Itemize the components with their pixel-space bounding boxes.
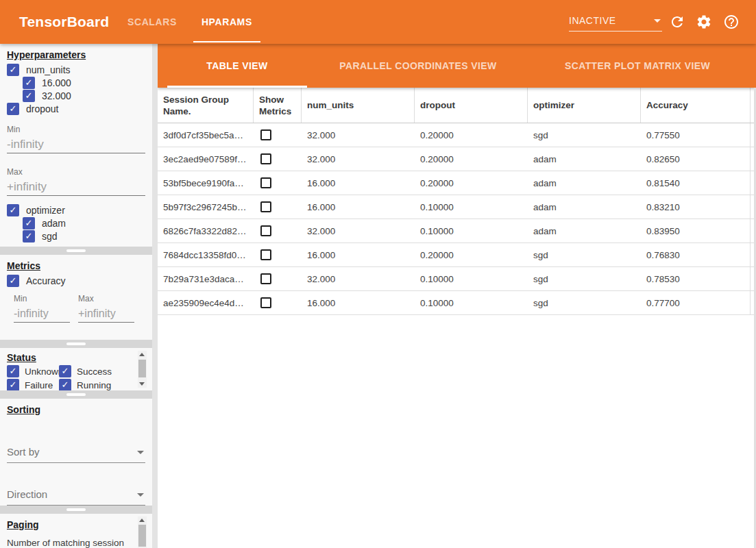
- show-metrics-checkbox[interactable]: [260, 273, 271, 284]
- failure-checkbox[interactable]: ✓: [7, 379, 19, 390]
- dropout-min-input[interactable]: [7, 136, 145, 153]
- accuracy-cell: 0.83950: [641, 219, 751, 242]
- num-units-cell: 32.000: [302, 147, 415, 171]
- dropout-checkbox[interactable]: ✓: [7, 103, 19, 115]
- settings-gear-icon[interactable]: [696, 14, 712, 30]
- num-units-cell: 32.000: [302, 123, 415, 147]
- sidebar: Hyperparameters ✓ num_units ✓ 16.000 ✓ 3…: [0, 44, 152, 548]
- paging-panel: Paging Number of matching session groups…: [0, 514, 152, 548]
- accuracy-checkbox[interactable]: ✓: [7, 275, 19, 287]
- hyperparameters-panel: Hyperparameters ✓ num_units ✓ 16.000 ✓ 3…: [0, 44, 152, 247]
- dropout-max-input[interactable]: [7, 178, 145, 196]
- resize-handle[interactable]: [66, 342, 86, 345]
- checkbox-row-failure: ✓ Failure: [7, 379, 59, 390]
- column-header-num-units[interactable]: num_units: [302, 88, 415, 123]
- panel-divider: [0, 247, 152, 255]
- paging-scrollbar[interactable]: [138, 516, 147, 548]
- table-body: 3df0d7cf35bec5a… 32.000 0.20000 sgd 0.77…: [158, 123, 756, 315]
- dropout-cell: 0.10000: [415, 195, 528, 219]
- table-row[interactable]: 3ec2aed9e07589f… 32.000 0.20000 adam 0.8…: [158, 147, 756, 171]
- table-row[interactable]: 3df0d7cf35bec5a… 32.000 0.20000 sgd 0.77…: [158, 123, 756, 147]
- tab-scalars[interactable]: SCALARS: [115, 0, 189, 44]
- status-dropdown[interactable]: INACTIVE: [569, 12, 662, 32]
- adam-checkbox[interactable]: ✓: [23, 217, 35, 229]
- show-metrics-checkbox[interactable]: [260, 201, 271, 212]
- column-header-optimizer[interactable]: optimizer: [528, 88, 641, 123]
- accuracy-cell: 0.77550: [641, 123, 751, 147]
- optimizer-cell: sgd: [528, 291, 641, 314]
- resize-handle[interactable]: [66, 249, 86, 252]
- table-row[interactable]: 53bf5bece9190fa… 16.000 0.20000 adam 0.8…: [158, 171, 756, 195]
- accuracy-max-label: Max: [78, 294, 134, 303]
- accuracy-cell: 0.82650: [641, 147, 751, 171]
- view-tab-bar: TABLE VIEW PARALLEL COORDINATES VIEW SCA…: [158, 44, 756, 88]
- column-header-dropout[interactable]: dropout: [415, 88, 528, 123]
- refresh-icon[interactable]: [669, 14, 685, 30]
- accuracy-max-input[interactable]: [78, 305, 134, 323]
- show-metrics-checkbox[interactable]: [260, 129, 271, 140]
- table-row[interactable]: 7b29a731e3daca… 32.000 0.10000 sgd 0.785…: [158, 267, 756, 291]
- column-header-accuracy[interactable]: Accuracy: [641, 88, 751, 123]
- panel-divider: [0, 506, 152, 514]
- optimizer-cell: sgd: [528, 243, 641, 266]
- tab-scatter-plot-matrix-view[interactable]: SCATTER PLOT MATRIX VIEW: [529, 44, 746, 88]
- status-scrollbar[interactable]: [138, 351, 147, 388]
- session-group-name: ae235909ec4e4d…: [158, 291, 254, 314]
- active-view-underline: [167, 86, 307, 88]
- resize-handle[interactable]: [66, 393, 86, 396]
- tab-parallel-coordinates-view[interactable]: PARALLEL COORDINATES VIEW: [307, 44, 529, 88]
- show-metrics-checkbox[interactable]: [260, 177, 271, 188]
- optimizer-cell: sgd: [528, 267, 641, 290]
- scrollbar-thumb[interactable]: [138, 360, 146, 377]
- table-row[interactable]: ae235909ec4e4d… 16.000 0.10000 sgd 0.777…: [158, 291, 756, 315]
- status-options: ✓ Unknown ✓ Success ✓ Failure ✓ Running: [0, 364, 152, 390]
- panel-divider: [0, 340, 152, 348]
- session-group-name: 7684dcc13358fd0…: [158, 243, 254, 266]
- num-units-checkbox[interactable]: ✓: [7, 64, 19, 76]
- optimizer-cell: adam: [528, 219, 641, 242]
- table-row[interactable]: 5b97f3c2967245b… 16.000 0.10000 adam 0.8…: [158, 195, 756, 219]
- table-row[interactable]: 6826c7fa3322d82… 32.000 0.10000 adam 0.8…: [158, 219, 756, 243]
- num-units-cell: 16.000: [302, 171, 415, 195]
- success-checkbox[interactable]: ✓: [59, 365, 71, 377]
- sgd-checkbox[interactable]: ✓: [23, 230, 35, 242]
- unknown-checkbox[interactable]: ✓: [7, 365, 19, 377]
- accuracy-min-input[interactable]: [14, 305, 70, 323]
- show-metrics-checkbox[interactable]: [260, 249, 271, 260]
- status-dropdown-value: INACTIVE: [569, 15, 616, 26]
- scroll-up-icon[interactable]: [139, 353, 145, 356]
- show-metrics-checkbox[interactable]: [260, 225, 271, 236]
- table-row[interactable]: 7684dcc13358fd0… 16.000 0.20000 sgd 0.76…: [158, 243, 756, 267]
- scroll-up-icon[interactable]: [139, 519, 145, 522]
- running-checkbox[interactable]: ✓: [59, 379, 71, 390]
- sorting-heading: Sorting: [7, 404, 40, 415]
- scrollbar-thumb[interactable]: [138, 525, 146, 547]
- chevron-down-icon: [137, 451, 144, 454]
- tab-table-view[interactable]: TABLE VIEW: [167, 44, 307, 88]
- checkbox-row-accuracy: ✓ Accuracy: [7, 275, 152, 287]
- dropout-cell: 0.10000: [415, 291, 528, 314]
- num-units-cell: 32.000: [302, 219, 415, 242]
- session-group-name: 5b97f3c2967245b…: [158, 195, 254, 219]
- scroll-down-icon[interactable]: [139, 382, 145, 386]
- app-title: TensorBoard: [19, 0, 109, 44]
- accuracy-min-label: Min: [14, 294, 70, 303]
- resize-handle[interactable]: [66, 508, 86, 511]
- help-icon[interactable]: [723, 14, 740, 30]
- tab-hparams[interactable]: HPARAMS: [189, 0, 265, 44]
- show-metrics-checkbox[interactable]: [260, 153, 271, 164]
- column-header-show-metrics[interactable]: Show Metrics: [254, 88, 302, 123]
- session-group-name: 7b29a731e3daca…: [158, 267, 254, 290]
- num-units-cell: 32.000: [302, 267, 415, 290]
- num-units-32-checkbox[interactable]: ✓: [23, 90, 35, 102]
- status-heading: Status: [7, 352, 36, 363]
- optimizer-checkbox[interactable]: ✓: [7, 204, 19, 216]
- direction-dropdown[interactable]: Direction: [7, 485, 145, 506]
- sort-by-dropdown[interactable]: Sort by: [7, 443, 145, 463]
- accuracy-cell: 0.77700: [641, 291, 751, 314]
- num-units-16-checkbox[interactable]: ✓: [23, 77, 35, 89]
- column-header-session-group-name[interactable]: Session Group Name.: [158, 88, 254, 123]
- show-metrics-checkbox[interactable]: [260, 297, 271, 308]
- dropout-cell: 0.20000: [415, 123, 528, 147]
- checkbox-row-dropout: ✓ dropout: [7, 103, 152, 115]
